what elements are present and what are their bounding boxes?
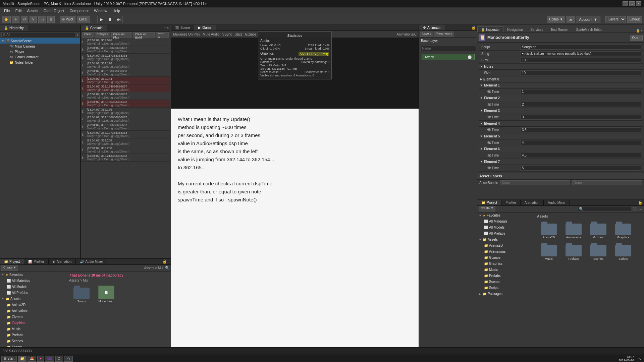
maximize-play-btn[interactable]: Maximize On Play xyxy=(173,33,200,36)
asset-monochro-file[interactable]: 📄 Monochro... xyxy=(95,284,118,304)
ptree-all-prefabs[interactable]: ⬜ All Prefabs xyxy=(0,290,67,296)
layers-select[interactable]: Layers xyxy=(605,16,626,22)
minimize-btn[interactable]: − xyxy=(623,1,628,6)
attack1-state[interactable]: Attack1 ⚪ xyxy=(422,54,475,60)
hierarchy-item-gamecontroller[interactable]: 🎮 GameController xyxy=(0,54,80,60)
console-line[interactable]: ℹ [13:04:02] 362.186666666667 UnityEngin… xyxy=(81,123,170,131)
error-pause-btn[interactable]: Error P xyxy=(156,32,169,38)
console-line[interactable]: ℹ [13:04:02] 362.096 UnityEngine.Debug:L… xyxy=(81,38,170,46)
rptree-prefabs[interactable]: 📁 Prefabs xyxy=(477,273,534,279)
asset-prefabs[interactable]: Prefabs xyxy=(562,242,585,262)
insp-section-el5[interactable]: ▼ Element 5 xyxy=(479,133,643,139)
console-line[interactable]: ℹ [13:04:02] 362.208 UnityEngine.Debug:L… xyxy=(81,138,170,146)
right-tab-audiomixer[interactable]: Audio Mixer xyxy=(544,200,570,205)
ptree-gizmos[interactable]: 📁 Gizmos xyxy=(0,314,67,320)
tab-navigation[interactable]: Navigation xyxy=(503,26,527,33)
clear-btn[interactable]: Clear xyxy=(82,32,94,38)
asset-animations[interactable]: Animations xyxy=(562,220,585,240)
ptree-prefabs[interactable]: 📁 Prefabs xyxy=(0,332,67,338)
console-line-highlight[interactable]: ℹ [13:04:02] 362.154666666667 UnityEngin… xyxy=(81,84,170,92)
open-button[interactable]: Open xyxy=(630,35,643,41)
asset-bundle-input1[interactable] xyxy=(500,180,570,185)
insp-lock-icon[interactable]: 🔒 xyxy=(636,29,640,33)
tab-inspector[interactable]: 🔒 Inspector xyxy=(477,26,503,33)
console-line[interactable]: ℹ [13:04:02] 362.128 UnityEngine.Debug:L… xyxy=(81,61,170,69)
right-tab-project[interactable]: 📁 Project xyxy=(477,200,501,205)
menu-help[interactable]: Help xyxy=(110,8,123,13)
menu-window[interactable]: Window xyxy=(91,8,110,13)
console-minus-icon[interactable]: − xyxy=(161,26,163,30)
ptree-all-models[interactable]: ⬜ All Models xyxy=(0,284,67,290)
insp-section-el1[interactable]: ▼ Element 1 xyxy=(479,82,643,88)
pause-btn[interactable]: ⏸ xyxy=(106,16,114,23)
ptree-scenes[interactable]: 📁 Scenes xyxy=(0,338,67,344)
hierarchy-item-player[interactable]: 🎮 Player xyxy=(0,49,80,54)
rptree-all-prefabs[interactable]: ⬜ All Prefabs xyxy=(477,231,534,237)
menu-file[interactable]: File xyxy=(1,8,13,13)
ptree-scripts[interactable]: 📁 Scripts xyxy=(0,344,67,347)
insp-section-el6[interactable]: ▼ Element 6 xyxy=(479,146,643,152)
taskbar-firefox[interactable]: 🦊 xyxy=(28,356,36,362)
hand-tool[interactable]: ✋ xyxy=(2,16,11,23)
asset-songs-folder[interactable]: Songs xyxy=(70,284,93,304)
insp-close-icon[interactable]: × xyxy=(641,29,643,33)
project-lock-icon[interactable]: 🔒 xyxy=(162,259,167,264)
scale-tool[interactable]: ⤡ xyxy=(30,16,37,23)
layout-btn[interactable]: Layout xyxy=(627,16,642,23)
asset-bundle-input2[interactable] xyxy=(572,180,642,185)
pivot-btn[interactable]: ⊙ Pivot xyxy=(60,16,75,23)
menu-component[interactable]: Component xyxy=(67,8,91,13)
tab-profiler[interactable]: 📊 Profiler xyxy=(24,259,49,264)
tab-animation[interactable]: ▶ Animation xyxy=(49,259,76,264)
ptree-anima2d[interactable]: 📁 Anima2D xyxy=(0,302,67,308)
console-line[interactable]: ℹ [13:04:02] 362.176 UnityEngine.Debug:L… xyxy=(81,108,170,115)
hierarchy-item-notesholder[interactable]: 📁 NotesHolder xyxy=(0,60,80,65)
console-line[interactable]: ℹ [13:04:02] 362.213333333333 UnityEngin… xyxy=(81,154,170,162)
animations-tab[interactable]: Animations/C xyxy=(397,33,417,36)
console-max-icon[interactable]: □ xyxy=(164,26,166,30)
insp-section-el4[interactable]: ▼ Element 4 xyxy=(479,121,643,127)
ptree-all-materials[interactable]: ⬜ All Materials xyxy=(0,278,67,284)
ptree-music[interactable]: 📁 Music xyxy=(0,326,67,332)
tab-audiomixer[interactable]: 🔊 Audio Mixer xyxy=(76,259,107,264)
insp-section-el7[interactable]: ▼ Element 7 xyxy=(479,159,643,165)
rect-tool[interactable]: ▭ xyxy=(38,16,46,23)
collab-btn[interactable]: Collab ▼ xyxy=(547,16,565,23)
asset-gizmos[interactable]: Gizmos xyxy=(587,220,610,240)
tab-scene[interactable]: 🎬 Scene xyxy=(171,25,194,31)
rptree-music[interactable]: 📁 Music xyxy=(477,267,534,273)
clear-on-build-btn[interactable]: Clear on Build xyxy=(133,32,155,38)
console-close-icon[interactable]: × xyxy=(167,26,169,30)
taskbar-explorer[interactable]: 📁 xyxy=(18,356,26,362)
rptree-all-materials[interactable]: ⬜ All Materials xyxy=(477,219,534,225)
right-tab-profiler[interactable]: Profiler xyxy=(501,200,521,205)
hierarchy-item-samplescene[interactable]: ▼ 🎬 SampleScene xyxy=(0,38,80,44)
tab-console[interactable]: 🔒 Console xyxy=(81,25,107,31)
tab-services[interactable]: Services xyxy=(527,26,547,33)
vsync-btn[interactable]: VSync xyxy=(222,33,232,36)
right-tab-animation[interactable]: Animation xyxy=(521,200,544,205)
transform-tool[interactable]: ⊞ xyxy=(47,16,55,23)
menu-gameobject[interactable]: GameObject xyxy=(41,8,67,13)
local-btn[interactable]: Local xyxy=(77,16,90,23)
console-line[interactable]: ℹ [13:04:02] 362.197333333333 UnityEngin… xyxy=(81,131,170,138)
taskbar-vs[interactable]: ⌨ xyxy=(45,356,54,362)
move-tool[interactable]: ✛ xyxy=(12,16,19,23)
tab-spritemesh[interactable]: SpriteMesh Editor xyxy=(572,26,606,33)
mute-audio-btn[interactable]: Mute Audio xyxy=(203,33,220,36)
ptree-graphics[interactable]: 📁 Graphics xyxy=(0,320,67,326)
rptree-all-models[interactable]: ⬜ All Models xyxy=(477,225,534,231)
collapse-btn[interactable]: Collapse xyxy=(95,32,110,38)
rptree-scripts[interactable]: 📁 Scripts xyxy=(477,285,534,291)
taskbar-unity[interactable]: ⬡ xyxy=(55,356,63,362)
asset-labels-max-icon[interactable]: □ xyxy=(640,174,642,178)
tab-project[interactable]: 📁 Project xyxy=(0,259,24,264)
account-area[interactable]: Account ▼ xyxy=(576,16,600,23)
insp-section-el3[interactable]: ▼ Element 3 xyxy=(479,108,643,114)
play-btn[interactable]: ▶ xyxy=(97,16,105,23)
rp-lock-icon[interactable]: 🔒 xyxy=(638,200,643,205)
rptree-scenes[interactable]: 📁 Scenes xyxy=(477,279,534,285)
asset-music[interactable]: Music xyxy=(537,242,560,262)
step-btn[interactable]: ⏭ xyxy=(115,16,123,23)
start-button[interactable]: ⊞ Start xyxy=(1,356,17,362)
